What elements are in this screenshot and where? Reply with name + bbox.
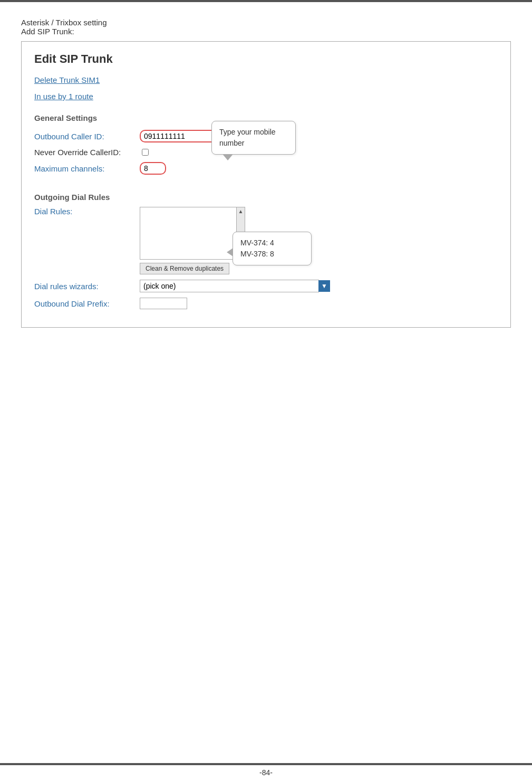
edit-sip-trunk-panel: Edit SIP Trunk Delete Trunk SIM1 In use … (21, 41, 511, 328)
outgoing-dial-rules-label: Outgoing Dial Rules (34, 193, 498, 202)
mv-callout: MV-374: 4 MV-378: 8 (233, 232, 312, 265)
bottom-border (0, 763, 532, 765)
top-border (0, 0, 532, 2)
mv-line1: MV-374: 4 (240, 237, 304, 249)
outbound-dial-prefix-input[interactable] (140, 298, 187, 309)
never-override-checkbox[interactable] (142, 149, 149, 156)
outbound-caller-id-label: Outbound Caller ID: (34, 132, 140, 141)
maximum-channels-label: Maximum channels: (34, 164, 140, 173)
scroll-up-icon[interactable]: ▲ (238, 208, 244, 214)
maximum-channels-input[interactable] (140, 162, 166, 175)
clean-remove-duplicates-button[interactable]: Clean & Remove duplicates (140, 263, 229, 274)
select-arrow-icon[interactable]: ▼ (318, 280, 330, 292)
outbound-dial-prefix-row: Outbound Dial Prefix: (34, 298, 498, 309)
dial-rules-textarea[interactable] (140, 207, 236, 259)
panel-title: Edit SIP Trunk (34, 52, 498, 66)
dial-rules-label: Dial Rules: (34, 207, 140, 216)
dial-rules-wizards-select-wrapper: (pick one) ▼ (140, 280, 330, 292)
outbound-dial-prefix-label: Outbound Dial Prefix: (34, 299, 140, 308)
maximum-channels-row: Maximum channels: (34, 162, 498, 175)
mobile-callout-text: Type your mobile number (219, 128, 276, 147)
intro-line2: Add SIP Trunk: (21, 27, 511, 36)
never-override-label: Never Override CallerID: (34, 148, 140, 157)
mobile-number-callout: Type your mobile number (211, 121, 296, 155)
mv-line2: MV-378: 8 (240, 249, 304, 260)
delete-trunk-link[interactable]: Delete Trunk SIM1 (34, 75, 100, 84)
dial-rules-wizards-select[interactable]: (pick one) (140, 280, 319, 292)
dial-rules-wizards-label: Dial rules wizards: (34, 282, 140, 291)
intro-section: Asterisk / Trixbox setting Add SIP Trunk… (21, 18, 511, 36)
page-number: -84- (0, 768, 532, 777)
intro-line1: Asterisk / Trixbox setting (21, 18, 511, 27)
dial-rules-wizards-row: Dial rules wizards: (pick one) ▼ (34, 280, 498, 292)
in-use-label[interactable]: In use by 1 route (34, 92, 93, 101)
